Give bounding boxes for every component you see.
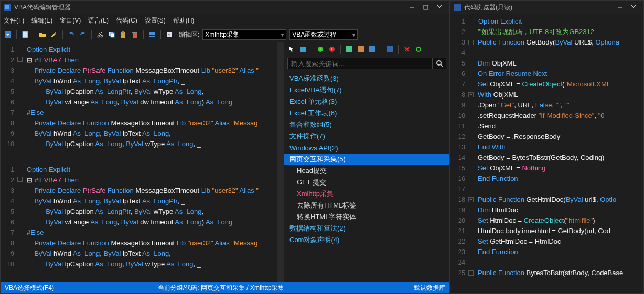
main-window: VBA代码编辑管理器 文件(F) 编辑(E) 窗口(V) 语言(L) 代码(C)… [0,0,450,294]
menu-edit[interactable]: 编辑(E) [31,16,52,25]
tree-item[interactable]: 数据结构和算法(2) [284,223,449,234]
status-db: 默认数据库 [414,284,445,292]
status-current: 当前分组/代码: 网页交互和采集 / Xmlhttp采集 [158,284,284,292]
close-button[interactable] [627,1,640,14]
menu-window[interactable]: 窗口(V) [60,16,81,25]
svg-rect-14 [111,33,114,37]
viewer-window: 代码浏览器(只读) 123456789101112131415161718192… [450,0,644,294]
maximize-button[interactable] [419,1,433,14]
undo-icon[interactable] [67,30,76,39]
function-type-combo[interactable]: VBA函数或过程▾ [289,29,358,40]
tree-item[interactable]: Head提交 [284,165,449,177]
paste-icon[interactable] [119,30,127,39]
menu-code[interactable]: 代码(C) [116,16,137,25]
menu-settings[interactable]: 设置(S) [145,16,166,25]
refresh-icon[interactable] [414,45,423,53]
tree-item[interactable]: Xmlhttp采集 [284,188,449,200]
menubar: 文件(F) 编辑(E) 窗口(V) 语言(L) 代码(C) 设置(S) 帮助(H… [1,14,449,27]
svg-rect-37 [454,4,461,11]
panel-toolbar: + + [284,42,449,56]
svg-rect-28 [346,46,352,52]
fold-marker[interactable]: − [17,57,23,62]
close-button[interactable] [433,1,446,14]
svg-rect-31 [387,46,393,52]
fold-marker[interactable]: − [17,177,23,182]
status-bar: VBA选择模式(F4) 当前分组/代码: 网页交互和采集 / Xmlhttp采集… [1,282,449,293]
svg-rect-20 [149,34,155,35]
viewer-body[interactable]: 1234567891011121314151617181920212223242… [450,14,643,293]
editor-pane-bottom[interactable]: 12345678910 − Option Explicit⊟ #If VBA7 … [1,162,284,282]
save-panel-icon[interactable] [385,45,394,53]
window-title: VBA代码编辑管理器 [14,3,71,12]
add-red-icon[interactable]: + [328,45,336,53]
svg-line-36 [441,64,443,67]
search-button[interactable] [432,58,446,69]
tree-item[interactable]: VBA标准函数(3) [284,73,449,84]
select-icon[interactable] [287,45,296,53]
tree-item[interactable]: Excel 工作表(6) [284,107,449,119]
svg-rect-29 [358,46,364,52]
search-box [287,58,446,69]
minimize-button[interactable] [613,1,627,14]
tree-item[interactable]: 转换HTML字符实体 [284,211,449,223]
tree-item[interactable]: GET 提交 [284,177,449,188]
menu-help[interactable]: 帮助(H) [173,16,195,25]
svg-point-34 [416,47,421,51]
new-file-icon[interactable] [21,30,29,39]
remove-icon[interactable] [403,45,411,53]
opt1-icon[interactable] [345,45,353,53]
app-icon [4,4,11,11]
viewer-icon [454,4,461,11]
delete-icon[interactable] [131,30,139,39]
cut-icon[interactable] [96,30,104,39]
editors-column: 12345678910 − Option Explicit⊟ #If VBA7 … [1,42,284,282]
redo-icon[interactable] [79,30,87,39]
svg-rect-17 [133,33,137,38]
svg-point-35 [437,61,441,65]
add-green-icon[interactable]: + [316,45,325,53]
status-mode: VBA选择模式(F4) [5,284,54,292]
dropdown-icon[interactable] [4,30,12,39]
menu-file[interactable]: 文件(F) [4,16,24,25]
side-panel: + + VBA标准函数(3)Exce [284,42,449,282]
svg-rect-1 [5,5,9,9]
editor-pane-top[interactable]: 12345678910 − Option Explicit⊟ #If VBA7 … [1,42,284,162]
fold-marker[interactable]: − [468,92,474,97]
tree-item[interactable]: ExcelVBA语句(7) [284,84,449,96]
fold-marker[interactable]: − [468,270,474,276]
main-toolbar: 编辑区: Xmlhttp采集▾ VBA函数或过程▾ [1,27,449,42]
svg-rect-3 [424,5,428,9]
edit-icon[interactable] [50,30,58,39]
svg-rect-8 [55,32,56,34]
fold-marker[interactable]: − [468,197,474,202]
tree-item[interactable]: Excel 单元格(3) [284,96,449,107]
svg-text:+: + [319,47,321,52]
tree-item[interactable]: 集合和数组(5) [284,119,449,130]
tree-item[interactable]: 去除所有HTML标签 [284,200,449,211]
edit-area-combo[interactable]: Xmlhttp采集▾ [202,29,286,40]
titlebar-right: 代码浏览器(只读) [450,1,643,14]
menu-language[interactable]: 语言(L) [88,16,109,25]
opt3-icon[interactable] [368,45,377,53]
tree-item[interactable]: Windows API(2) [284,142,449,154]
open-icon[interactable] [38,30,47,39]
svg-rect-30 [369,46,375,52]
list2-icon[interactable] [299,45,307,53]
tree-item[interactable]: 文件操作(7) [284,130,449,142]
svg-rect-23 [300,47,306,52]
edit-area-label: 编辑区: [179,30,199,39]
fold-marker[interactable]: − [468,40,474,45]
svg-rect-7 [23,31,28,38]
tree-item[interactable]: Com对象声明(4) [284,234,449,246]
minimize-button[interactable] [405,1,419,14]
list-icon[interactable] [148,30,156,39]
opt2-icon[interactable] [357,45,365,53]
tree-item[interactable]: 网页交互和采集(5) [284,154,449,165]
export-icon[interactable] [165,30,174,39]
svg-rect-16 [122,31,124,33]
copy-icon[interactable] [108,30,116,39]
search-input[interactable] [288,58,432,69]
viewer-title: 代码浏览器(只读) [464,3,512,12]
svg-text:+: + [330,47,333,52]
svg-rect-19 [149,32,155,34]
